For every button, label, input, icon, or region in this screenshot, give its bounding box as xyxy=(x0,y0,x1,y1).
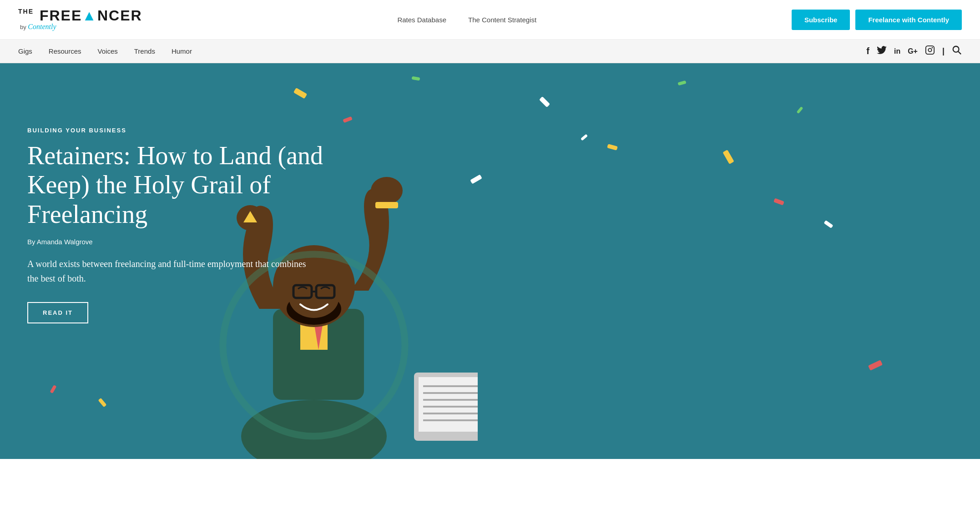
subscribe-button[interactable]: Subscribe xyxy=(792,10,850,30)
confetti-5 xyxy=(722,150,734,164)
hero-author: By Amanda Walgrove xyxy=(27,238,346,246)
logo-text: THE FREE▲NCER xyxy=(18,8,142,23)
instagram-icon[interactable] xyxy=(925,45,935,57)
site-header: THE FREE▲NCER by Contently Rates Databas… xyxy=(0,0,980,40)
twitter-icon[interactable] xyxy=(877,46,887,56)
logo[interactable]: THE FREE▲NCER by Contently xyxy=(18,8,142,31)
confetti-14 xyxy=(607,144,618,150)
confetti-8 xyxy=(411,76,420,81)
logo-triangle: ▲ xyxy=(82,7,97,24)
googleplus-icon[interactable]: G+ xyxy=(908,47,918,55)
nav-voices[interactable]: Voices xyxy=(98,47,118,55)
nav-humor[interactable]: Humor xyxy=(172,47,192,55)
logo-the: THE xyxy=(18,8,34,15)
freelance-button[interactable]: Freelance with Contently xyxy=(855,10,962,30)
confetti-7 xyxy=(773,198,784,206)
confetti-11 xyxy=(868,360,882,371)
nav-gigs[interactable]: Gigs xyxy=(18,47,32,55)
social-icons: f in G+ | xyxy=(866,45,962,57)
svg-point-3 xyxy=(953,46,959,52)
hero-title: Retainers: How to Land (and Keep) the Ho… xyxy=(27,141,346,229)
confetti-4 xyxy=(677,81,686,86)
social-divider: | xyxy=(942,46,945,56)
hero-category: BUILDING YOUR BUSINESS xyxy=(27,127,346,134)
hero-excerpt: A world exists between freelancing and f… xyxy=(27,257,309,286)
svg-point-2 xyxy=(932,47,933,49)
confetti-1 xyxy=(293,88,307,99)
linkedin-icon[interactable]: in xyxy=(894,47,900,55)
confetti-12 xyxy=(823,220,833,228)
logo-contently: Contently xyxy=(28,23,56,30)
svg-rect-16 xyxy=(375,202,398,208)
svg-point-1 xyxy=(928,48,931,51)
facebook-icon[interactable]: f xyxy=(866,46,869,56)
svg-rect-0 xyxy=(926,46,934,54)
confetti-10 xyxy=(98,398,107,407)
header-nav: Rates Database The Content Strategist xyxy=(397,16,536,24)
read-it-button[interactable]: READ IT xyxy=(27,302,88,323)
hero-content: BUILDING YOUR BUSINESS Retainers: How to… xyxy=(27,127,346,323)
confetti-6 xyxy=(581,134,588,141)
nav-strategist[interactable]: The Content Strategist xyxy=(468,16,536,24)
secondary-nav-links: Gigs Resources Voices Trends Humor xyxy=(18,47,192,55)
confetti-15 xyxy=(50,385,56,393)
nav-trends[interactable]: Trends xyxy=(134,47,155,55)
hero-section: BUILDING YOUR BUSINESS Retainers: How to… xyxy=(0,63,980,459)
logo-by: by xyxy=(20,24,26,30)
nav-rates[interactable]: Rates Database xyxy=(397,16,446,24)
logo-subtitle: by Contently xyxy=(20,23,56,31)
svg-line-4 xyxy=(958,51,961,54)
svg-point-15 xyxy=(371,177,403,204)
confetti-3 xyxy=(539,96,550,107)
confetti-13 xyxy=(797,106,803,114)
nav-resources[interactable]: Resources xyxy=(49,47,81,55)
svg-point-5 xyxy=(241,400,387,459)
header-buttons: Subscribe Freelance with Contently xyxy=(792,10,962,30)
search-icon[interactable] xyxy=(952,45,962,57)
secondary-nav: Gigs Resources Voices Trends Humor f in … xyxy=(0,40,980,63)
